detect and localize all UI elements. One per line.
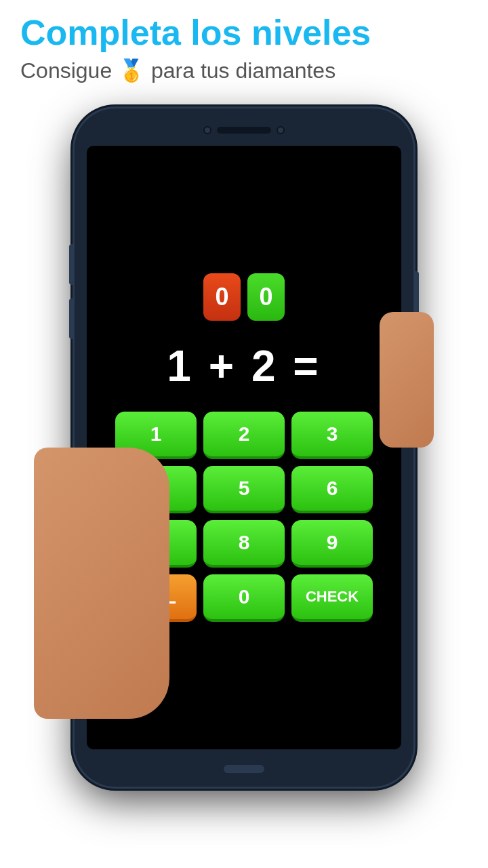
key-5-button[interactable]: 5: [203, 466, 285, 513]
key-0-button[interactable]: 0: [203, 574, 285, 622]
check-button[interactable]: CHECK: [291, 574, 373, 622]
score-box-red: 0: [203, 273, 241, 321]
header-title: Completa los niveles: [20, 14, 468, 52]
header-section: Completa los niveles Consigue 🥇 para tus…: [20, 14, 468, 83]
score-box-green: 0: [247, 273, 285, 321]
phone-wrapper: 0 0 1 + 2 = 1 2 3 4 5 6: [75, 108, 413, 787]
home-button: [224, 765, 264, 773]
volume-up-button: [69, 244, 75, 285]
speaker-grill: [217, 127, 271, 134]
key-2-button[interactable]: 2: [203, 412, 285, 459]
volume-down-button: [69, 298, 75, 339]
key-row-1: 1 2 3: [115, 412, 373, 459]
hand-right-decoration: [380, 312, 434, 448]
camera-dot-2: [277, 126, 285, 134]
key-6-button[interactable]: 6: [291, 466, 373, 513]
equation-display: 1 + 2 =: [167, 341, 321, 391]
key-8-button[interactable]: 8: [203, 520, 285, 568]
score-row: 0 0: [203, 273, 285, 321]
hand-left-decoration: [34, 448, 169, 719]
key-9-button[interactable]: 9: [291, 520, 373, 568]
camera-dot: [203, 126, 211, 134]
phone-top-bar: [176, 121, 312, 140]
key-3-button[interactable]: 3: [291, 412, 373, 459]
header-subtitle: Consigue 🥇 para tus diamantes: [20, 58, 468, 83]
